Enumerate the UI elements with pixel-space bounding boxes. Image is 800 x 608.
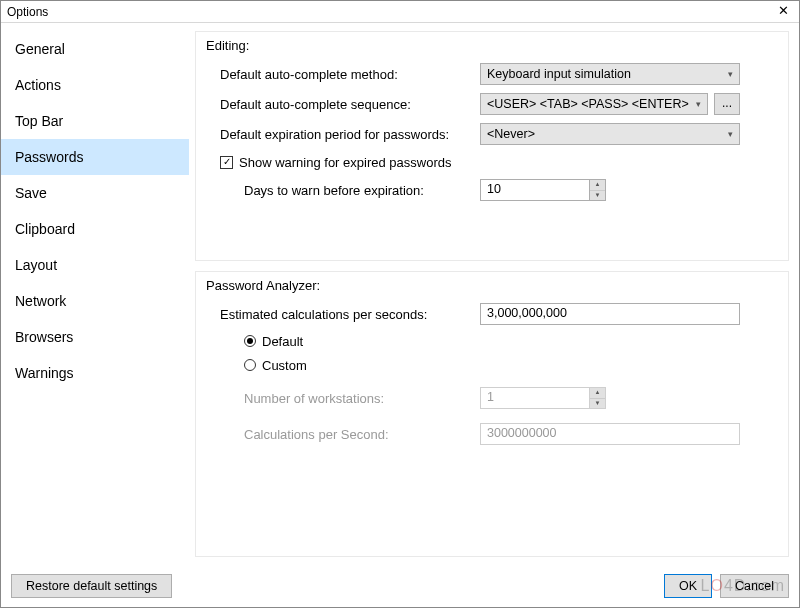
est-calc-label: Estimated calculations per seconds: [210,307,480,322]
restore-defaults-button[interactable]: Restore default settings [11,574,172,598]
sidebar-item-layout[interactable]: Layout [1,247,189,283]
num-workstations-spinner: 1 ▲ ▼ [480,387,606,409]
spin-up-icon: ▲ [590,388,605,399]
expiration-combo[interactable]: <Never> ▾ [480,123,740,145]
sidebar-item-general[interactable]: General [1,31,189,67]
window-title: Options [7,5,773,19]
sidebar-item-actions[interactable]: Actions [1,67,189,103]
autocomplete-sequence-combo[interactable]: <USER> <TAB> <PASS> <ENTER> ▾ [480,93,708,115]
sidebar-item-warnings[interactable]: Warnings [1,355,189,391]
radio-default-label: Default [262,334,303,349]
chevron-down-icon: ▾ [728,69,733,79]
est-calc-input[interactable]: 3,000,000,000 [480,303,740,325]
footer: Restore default settings OK Cancel [1,565,799,607]
autocomplete-sequence-more-button[interactable]: ... [714,93,740,115]
window-body: General Actions Top Bar Passwords Save C… [1,23,799,565]
cancel-button[interactable]: Cancel [720,574,789,598]
sidebar-item-network[interactable]: Network [1,283,189,319]
autocomplete-method-combo[interactable]: Keyboard input simulation ▾ [480,63,740,85]
radio-custom[interactable] [244,359,256,371]
autocomplete-method-label: Default auto-complete method: [210,67,480,82]
editing-title: Editing: [206,38,774,53]
expiration-value: <Never> [487,127,535,141]
sidebar-item-clipboard[interactable]: Clipboard [1,211,189,247]
titlebar: Options ✕ [1,1,799,23]
chevron-down-icon: ▾ [728,129,733,139]
analyzer-title: Password Analyzer: [206,278,774,293]
autocomplete-method-value: Keyboard input simulation [487,67,631,81]
options-window: Options ✕ General Actions Top Bar Passwo… [0,0,800,608]
close-icon[interactable]: ✕ [773,3,793,21]
radio-custom-label: Custom [262,358,307,373]
days-warn-label: Days to warn before expiration: [210,183,480,198]
radio-default[interactable] [244,335,256,347]
chevron-down-icon: ▾ [696,99,701,109]
spin-up-icon[interactable]: ▲ [590,180,605,191]
spin-buttons: ▲ ▼ [590,387,606,409]
num-workstations-value: 1 [480,387,590,409]
days-warn-spinner[interactable]: 10 ▲ ▼ [480,179,606,201]
sidebar-item-save[interactable]: Save [1,175,189,211]
days-warn-value[interactable]: 10 [480,179,590,201]
sidebar-item-passwords[interactable]: Passwords [1,139,189,175]
show-warning-label: Show warning for expired passwords [239,155,451,170]
analyzer-group: Password Analyzer: Estimated calculation… [195,271,789,557]
spin-buttons[interactable]: ▲ ▼ [590,179,606,201]
autocomplete-sequence-label: Default auto-complete sequence: [210,97,480,112]
spin-down-icon[interactable]: ▼ [590,191,605,201]
main-panel: Editing: Default auto-complete method: K… [189,23,799,565]
editing-group: Editing: Default auto-complete method: K… [195,31,789,261]
spin-down-icon: ▼ [590,399,605,409]
sidebar-item-browsers[interactable]: Browsers [1,319,189,355]
ok-button[interactable]: OK [664,574,712,598]
expiration-label: Default expiration period for passwords: [210,127,480,142]
calc-per-second-label: Calculations per Second: [210,427,480,442]
autocomplete-sequence-value: <USER> <TAB> <PASS> <ENTER> [487,97,689,111]
sidebar: General Actions Top Bar Passwords Save C… [1,23,189,565]
num-workstations-label: Number of workstations: [210,391,480,406]
show-warning-checkbox[interactable]: ✓ [220,156,233,169]
calc-per-second-input: 3000000000 [480,423,740,445]
sidebar-item-top-bar[interactable]: Top Bar [1,103,189,139]
